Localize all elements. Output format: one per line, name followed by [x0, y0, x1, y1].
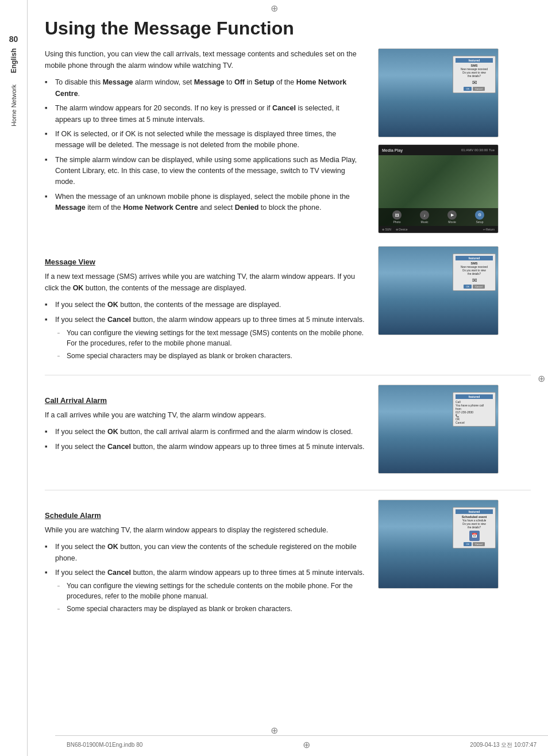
media-play-screen: Media Play 01:AMV 00:30:00 Tue 🖼 Photo [379, 145, 498, 233]
popup-cancel-btn-3[interactable]: Cancel [473, 285, 484, 289]
media-title: Media Play [382, 148, 403, 152]
ca-bullet-2: If you select the Cancel button, the ala… [45, 442, 366, 452]
sa-bullet-1: If you select the OK button, you can vie… [45, 542, 366, 564]
mv-bold-cancel-1: Cancel [107, 316, 131, 324]
footer-left: BN68-01900M-01Eng.indb 80 [67, 742, 142, 748]
screenshot-sms-2: featured SMS New message receivedDo you … [378, 246, 499, 335]
tv-background-3: featured SMS New message receivedDo you … [379, 247, 498, 335]
media-bottom-bar: ⊕ SUN ⊕ Device ↩ Return [379, 226, 498, 233]
media-icon-photo: 🖼 Photo [392, 210, 402, 224]
mv-bullet-2: If you select the Cancel button, the ala… [45, 314, 366, 361]
screenshot-media-play: Media Play 01:AMV 00:30:00 Tue 🖼 Photo [378, 144, 499, 233]
call-arrival-section: Call Arrival Alarm If a call arrives whi… [45, 385, 531, 481]
bullet-5: When the message of an unknown mobile ph… [45, 191, 366, 214]
popup-message-1: New message receivedDo you want to viewt… [456, 68, 493, 78]
bold-hnc-2: Home Network Centre [123, 204, 198, 212]
sa-sub-1: You can configure the viewing settings f… [57, 581, 366, 601]
movie-icon: ▶ [447, 210, 457, 220]
bullet-3: If OK is selected, or if OK is not selec… [45, 129, 366, 151]
screenshot-schedule: featured Scheduled event You have a sche… [378, 500, 499, 589]
call-cancel-btn[interactable]: Cancel [456, 421, 493, 424]
bullet-4: The simple alarm window can be displayed… [45, 155, 366, 188]
movie-label: Movie [448, 220, 456, 224]
mv-bullet-1: If you select the OK button, the content… [45, 300, 366, 310]
media-return: ↩ Return [483, 228, 495, 231]
popup-message-3: New message receivedDo you want to viewt… [456, 266, 493, 276]
screenshot-col-top: featured SMS New message receivedDo you … [378, 48, 510, 240]
calendar-icon: 📅 [469, 531, 480, 541]
section-divider-2 [45, 490, 531, 490]
popup-icon-3: ✉ [456, 277, 493, 283]
mv-sub-2: Some special characters may be displayed… [57, 351, 366, 361]
call-arrival-intro: If a call arrives while you are watching… [45, 409, 366, 421]
setup-icon: ⚙ [475, 210, 484, 220]
page-number: 80 [9, 34, 18, 44]
sa-bold-cancel: Cancel [107, 569, 131, 577]
call-popup: featured Call You have a phone callfrom0… [453, 392, 496, 427]
sidebar: 80 English Home Network [0, 0, 28, 756]
screenshot-col-call: featured Call You have a phone callfrom0… [378, 385, 510, 481]
screenshot-col-schedule: featured Scheduled event You have a sche… [378, 500, 510, 619]
call-popup-buttons: OK Cancel [456, 417, 493, 424]
message-view-intro: If a new text message (SMS) arrives whil… [45, 271, 366, 294]
message-view-heading: Message View [45, 258, 366, 266]
popup-buttons-1: OK Cancel [456, 87, 493, 91]
page-footer: BN68-01900M-01Eng.indb 80 ⊕ 2009-04-13 오… [55, 735, 548, 750]
popup-cancel-btn-1[interactable]: Cancel [473, 87, 484, 91]
call-arrival-bullets: If you select the OK button, the call ar… [45, 427, 366, 452]
popup-type-1: SMS [456, 64, 493, 67]
tv-background-5: featured Scheduled event You have a sche… [379, 500, 498, 588]
media-nav-sun: ⊕ SUN [382, 228, 391, 231]
photo-icon: 🖼 [392, 210, 402, 220]
setup-label: Setup [476, 220, 483, 224]
schedule-popup-buttons: OK Cancel [456, 542, 493, 546]
tv-background-1: featured SMS New message receivedDo you … [379, 49, 498, 137]
section-divider-1 [45, 375, 531, 375]
sms-popup-1: featured SMS New message receivedDo you … [453, 56, 496, 93]
footer-right: 2009-04-13 오전 10:07:47 [470, 741, 537, 749]
sa-sub-2: Some special characters may be displayed… [57, 604, 366, 614]
bold-off: Off [234, 78, 245, 86]
schedule-alarm-bullets: If you select the OK button, you can vie… [45, 542, 366, 614]
music-label: Music [420, 220, 428, 224]
photo-label: Photo [393, 220, 400, 224]
sidebar-section: Home Network [10, 85, 17, 126]
mv-bold-ok-1: OK [107, 301, 118, 309]
screenshot-col-mv: featured SMS New message receivedDo you … [378, 246, 510, 366]
call-arrival-heading: Call Arrival Alarm [45, 396, 366, 405]
intro-text-col: Using this function, you can view the ca… [45, 48, 366, 240]
page-wrapper: ⊕ ⊕ ⊕ ⊕ 80 English Home Network Using th… [0, 0, 548, 756]
mv-sub-list: You can configure the viewing settings f… [57, 328, 366, 361]
message-view-section: Message View If a new text message (SMS)… [45, 246, 531, 366]
call-arrival-text: Call Arrival Alarm If a call arrives whi… [45, 385, 366, 481]
popup-ok-btn-1[interactable]: OK [464, 87, 472, 91]
popup-header-1: featured [456, 58, 493, 63]
schedule-ok-btn[interactable]: OK [464, 542, 472, 546]
mv-sub-1: You can configure the viewing settings f… [57, 328, 366, 348]
popup-header-3: featured [456, 256, 493, 260]
schedule-cancel-btn[interactable]: Cancel [473, 542, 484, 546]
popup-ok-btn-3[interactable]: OK [464, 285, 472, 289]
sidebar-language: English [10, 48, 18, 73]
footer-crosshair: ⊕ [303, 739, 310, 750]
main-content: Using the Message Function Using this fu… [28, 0, 548, 756]
media-nav-device: ⊕ Device [396, 228, 408, 231]
bullet-2: The alarm window appears for 20 seconds.… [45, 103, 366, 125]
schedule-alarm-section: Schedule Alarm While you are watching TV… [45, 500, 531, 619]
sa-bullet-2: If you select the Cancel button, the ala… [45, 567, 366, 614]
schedule-popup-message: You have a scheduleDo you want to viewth… [456, 519, 493, 529]
main-bullet-list: To disable this Message alarm window, se… [45, 77, 366, 213]
sa-sub-list: You can configure the viewing settings f… [57, 581, 366, 614]
schedule-alarm-text: Schedule Alarm While you are watching TV… [45, 500, 366, 619]
bold-cancel-1: Cancel [272, 104, 296, 112]
ca-bold-ok: OK [107, 428, 118, 436]
bold-message-3: Message [55, 204, 86, 212]
message-view-bullets: If you select the OK button, the content… [45, 300, 366, 361]
media-main-area: 🖼 Photo ♪ Music ▶ Movie [379, 155, 498, 226]
bold-setup: Setup [254, 78, 275, 86]
screenshot-call: featured Call You have a phone callfrom0… [378, 385, 499, 474]
bold-message-2: Message [194, 78, 225, 86]
schedule-popup-icon: 📅 [456, 531, 493, 541]
schedule-popup-header: featured [456, 509, 493, 514]
message-view-text: Message View If a new text message (SMS)… [45, 246, 366, 366]
